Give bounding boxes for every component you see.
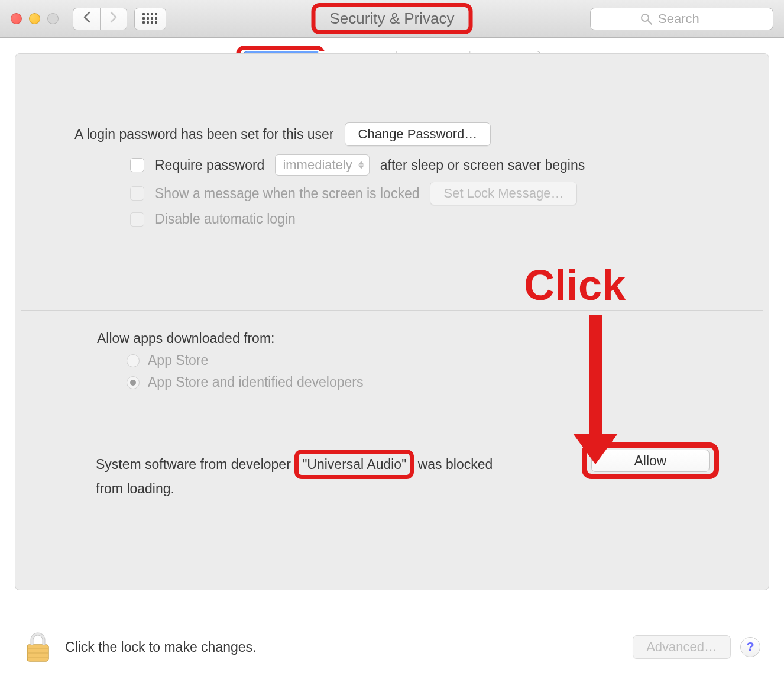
- advanced-button: Advanced…: [633, 635, 731, 659]
- require-password-suffix: after sleep or screen saver begins: [380, 157, 585, 173]
- minimize-window-icon[interactable]: [29, 13, 40, 24]
- annotation-click-text: Click: [524, 261, 626, 309]
- search-icon: [640, 13, 652, 25]
- help-icon: ?: [746, 639, 754, 655]
- annotation-highlight-title: Security & Privacy: [312, 3, 473, 34]
- svg-line-1: [648, 21, 652, 24]
- window-title-wrap: Security & Privacy: [312, 3, 473, 34]
- allow-button[interactable]: Allow: [591, 450, 710, 472]
- annotation-click-callout: Click: [524, 261, 626, 309]
- forward-button[interactable]: [100, 8, 127, 30]
- disable-auto-login-checkbox: [130, 212, 144, 227]
- search-field[interactable]: [590, 8, 773, 30]
- gatekeeper-section: Allow apps downloaded from: App Store Ap…: [15, 311, 769, 498]
- zoom-window-icon: [47, 13, 59, 24]
- require-password-prefix: Require password: [155, 157, 264, 173]
- window-title: Security & Privacy: [330, 9, 455, 27]
- lock-icon[interactable]: [24, 630, 52, 664]
- show-all-prefs-button[interactable]: [134, 8, 166, 30]
- svg-point-0: [642, 14, 649, 21]
- footer: Click the lock to make changes. Advanced…: [0, 615, 784, 679]
- lock-hint-text: Click the lock to make changes.: [65, 639, 256, 655]
- chevron-left-icon: [83, 11, 91, 26]
- allow-button-wrap: Allow: [591, 450, 710, 472]
- disable-auto-login-label: Disable automatic login: [155, 211, 296, 227]
- change-password-button[interactable]: Change Password…: [345, 122, 491, 146]
- help-button[interactable]: ?: [740, 637, 760, 657]
- select-value: immediately: [283, 157, 352, 173]
- set-lock-message-button: Set Lock Message…: [430, 182, 577, 205]
- require-password-delay-select[interactable]: immediately: [275, 154, 369, 176]
- search-input[interactable]: [658, 11, 723, 27]
- chevron-right-icon: [109, 11, 118, 26]
- blocked-developer-name: "Universal Audio": [302, 457, 406, 472]
- radio-app-store: [127, 354, 140, 367]
- require-password-checkbox[interactable]: [130, 158, 144, 172]
- traffic-lights: [11, 13, 59, 24]
- blocked-software-text: System software from developer "Universa…: [96, 450, 510, 498]
- annotation-highlight-developer: "Universal Audio": [294, 450, 414, 479]
- nav-buttons: [73, 8, 127, 30]
- back-button[interactable]: [73, 8, 100, 30]
- blocked-software-row: System software from developer "Universa…: [96, 450, 733, 498]
- blocked-prefix: System software from developer: [96, 457, 291, 472]
- grid-icon: [142, 13, 158, 25]
- preferences-pane: A login password has been set for this u…: [15, 53, 769, 590]
- content-area: General FileVault Firewall Privacy A log…: [0, 38, 784, 679]
- login-password-label: A login password has been set for this u…: [74, 127, 334, 143]
- show-lock-message-label: Show a message when the screen is locked: [155, 186, 419, 202]
- close-window-icon[interactable]: [11, 13, 22, 24]
- window-titlebar: Security & Privacy: [0, 0, 784, 38]
- radio-identified-label: App Store and identified developers: [148, 374, 363, 390]
- show-lock-message-checkbox: [130, 186, 144, 201]
- login-password-section: A login password has been set for this u…: [15, 89, 769, 257]
- stepper-icon: [358, 161, 364, 169]
- radio-identified-developers: [127, 376, 140, 389]
- radio-app-store-label: App Store: [148, 353, 208, 368]
- allow-apps-heading: Allow apps downloaded from:: [97, 331, 733, 347]
